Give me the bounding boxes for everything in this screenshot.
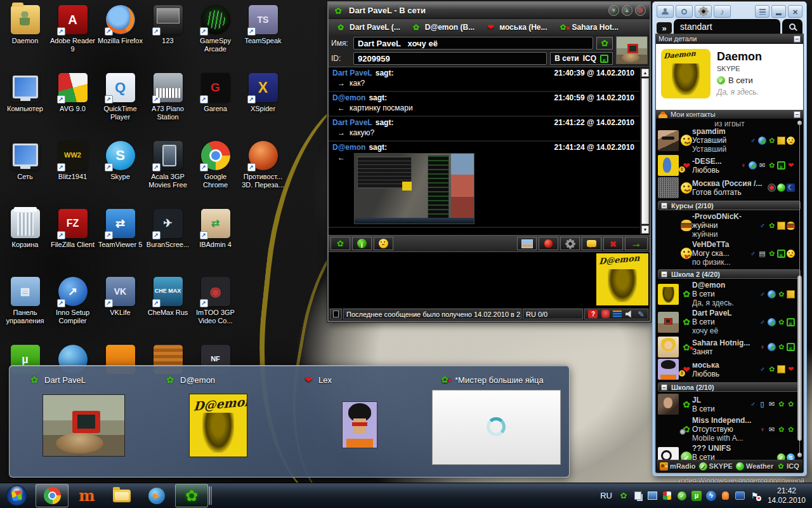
desktop-icon[interactable]: Mozilla Firefox bbox=[96, 5, 144, 73]
settings-button[interactable] bbox=[560, 237, 580, 250]
group-collapse-icon[interactable] bbox=[661, 384, 667, 391]
self-status[interactable]: В сети bbox=[717, 76, 798, 85]
profile-tab[interactable]: standart bbox=[674, 19, 780, 34]
quote-button[interactable] bbox=[582, 237, 601, 250]
search-button[interactable] bbox=[782, 19, 802, 34]
taskbar-miranda-button[interactable]: m bbox=[70, 484, 103, 507]
scrollbar-thumb[interactable] bbox=[797, 276, 802, 441]
contact-row[interactable]: -DESE... Любовь bbox=[656, 154, 803, 177]
scroll-down-button[interactable] bbox=[641, 225, 649, 234]
protocol-item[interactable]: SKYPE bbox=[699, 462, 733, 471]
scrollbar-thumb[interactable] bbox=[641, 78, 649, 224]
tray-icon[interactable] bbox=[662, 491, 672, 501]
contact-row[interactable]: моська Любовь bbox=[656, 358, 803, 380]
collapse-button[interactable] bbox=[794, 111, 801, 118]
icq-services-button[interactable] bbox=[331, 237, 350, 250]
language-indicator[interactable]: RU bbox=[600, 491, 612, 500]
desktop-icon[interactable]: GameSpy Arcade bbox=[192, 5, 239, 73]
clock[interactable]: 21:42 14.02.2010 bbox=[768, 486, 806, 505]
desktop-icon[interactable]: ⇄ TeamViewer 5 bbox=[96, 209, 144, 277]
sounds-button[interactable] bbox=[714, 5, 731, 18]
chat-tab[interactable]: D@emon (В... bbox=[410, 22, 475, 33]
menu-button[interactable] bbox=[755, 5, 769, 18]
avatar-button[interactable] bbox=[517, 237, 537, 250]
minimize-button[interactable] bbox=[608, 5, 619, 16]
icq-flower-button[interactable] bbox=[596, 37, 613, 50]
desktop-icon[interactable]: Daemon bbox=[1, 5, 49, 73]
protocol-item[interactable]: Weather bbox=[736, 462, 773, 471]
name-input[interactable] bbox=[353, 37, 593, 50]
tray-icon[interactable] bbox=[677, 491, 687, 501]
expand-button[interactable] bbox=[657, 22, 672, 34]
rollup-button[interactable] bbox=[622, 5, 632, 16]
taskbar-icq-button[interactable] bbox=[175, 484, 208, 507]
desktop-icon[interactable]: ⇄ IBAdmin 4 bbox=[192, 209, 239, 277]
desktop-icon[interactable]: Q QuickTime Player bbox=[96, 73, 144, 141]
keyboard-layout-indicator[interactable]: RU 0/0 bbox=[523, 309, 583, 319]
desktop-icon[interactable]: Acala 3GP Movies Free bbox=[144, 141, 192, 209]
desktop-icon[interactable]: Корзина bbox=[1, 209, 49, 277]
connection-icon[interactable] bbox=[613, 311, 622, 318]
contact-row[interactable]: Miss Independ... Отсутствую Mobile with … bbox=[656, 415, 803, 443]
tray-icon[interactable]: ϟ bbox=[706, 491, 716, 501]
contact-row[interactable]: из игрыт bbox=[656, 119, 803, 126]
scrollbar-knob[interactable] bbox=[797, 121, 802, 125]
message-scrollbar[interactable] bbox=[640, 68, 650, 234]
desktop-icon[interactable]: X XSpider bbox=[239, 73, 287, 141]
contact-row[interactable]: Курсы (2/10) bbox=[658, 201, 801, 210]
chat-tab[interactable]: моська (Не... bbox=[485, 22, 547, 33]
group-collapse-icon[interactable] bbox=[661, 271, 667, 277]
desktop-icon[interactable]: ▤ Панель управления bbox=[1, 277, 49, 345]
history-button[interactable] bbox=[539, 237, 558, 250]
desktop-icon[interactable]: FZ FileZilla Client bbox=[49, 209, 96, 277]
minimize-button[interactable] bbox=[771, 5, 786, 18]
close-button[interactable] bbox=[635, 5, 646, 16]
embedded-screenshot-image[interactable] bbox=[354, 153, 475, 224]
id-input[interactable] bbox=[353, 52, 547, 65]
contact-row[interactable]: Школа 2 (4/20) bbox=[658, 269, 801, 279]
taskbar-chrome-button[interactable] bbox=[36, 484, 69, 507]
contact-avatar-thumbnail[interactable] bbox=[616, 36, 648, 64]
rsa-encryption-icon[interactable] bbox=[601, 310, 610, 318]
send-button[interactable] bbox=[625, 237, 648, 250]
protocol-item[interactable]: ICQ bbox=[776, 462, 799, 471]
settings-button[interactable] bbox=[695, 5, 712, 18]
desktop-icon[interactable]: ↗ Inno Setup Compiler bbox=[49, 277, 96, 345]
scrollbar-knob[interactable] bbox=[797, 453, 802, 457]
desktop-icon[interactable]: S Skype bbox=[96, 141, 144, 209]
chat-titlebar[interactable]: Dart PaveL - В сети bbox=[329, 3, 650, 18]
contact-row[interactable]: VeHDeTTa Могу ска... по физик... bbox=[656, 239, 803, 267]
contact-row[interactable]: Москва (Россия /... Готов болтать bbox=[656, 177, 803, 199]
close-chat-button[interactable] bbox=[603, 237, 623, 250]
collapse-button[interactable] bbox=[794, 36, 801, 43]
contact-row[interactable]: D@emon В сети Да, я здесь. bbox=[656, 280, 803, 308]
contact-row[interactable]: -ProvoDNicK- жуйчни жуйчни bbox=[656, 211, 803, 239]
tray-icon[interactable] bbox=[735, 491, 745, 501]
message-input-area[interactable]: D@emon bbox=[329, 252, 650, 308]
self-mood[interactable]: Да, я здесь. bbox=[717, 88, 798, 97]
start-button[interactable] bbox=[0, 485, 33, 506]
emoticons-button[interactable] bbox=[374, 237, 393, 250]
my-details-header[interactable]: Мои детали bbox=[656, 34, 803, 44]
desktop-icon[interactable]: VK VKLife bbox=[96, 277, 144, 345]
group-collapse-icon[interactable] bbox=[661, 203, 667, 209]
taskbar-explorer-button[interactable] bbox=[105, 484, 138, 507]
desktop-icon[interactable]: A73 Piano Station bbox=[144, 73, 192, 141]
status-button[interactable] bbox=[676, 5, 693, 18]
tray-icon[interactable] bbox=[750, 491, 760, 501]
info-button[interactable] bbox=[352, 237, 372, 250]
tray-icon[interactable]: µ bbox=[691, 491, 702, 501]
close-button[interactable] bbox=[788, 5, 802, 18]
chat-tab[interactable]: Dart PaveL (... bbox=[335, 22, 400, 33]
contacts-button[interactable] bbox=[657, 5, 674, 18]
tray-icon[interactable] bbox=[619, 491, 629, 501]
scroll-up-button[interactable] bbox=[641, 69, 649, 77]
self-avatar[interactable]: Daemon bbox=[661, 49, 710, 98]
desktop-icon[interactable]: A Adobe Reader 9 bbox=[49, 5, 96, 73]
desktop-icon[interactable]: Google Chrome bbox=[192, 141, 239, 209]
contact-row[interactable]: Dart PaveL В сети хочу её bbox=[656, 308, 803, 336]
desktop-icon[interactable]: G Garena bbox=[192, 73, 239, 141]
desktop-icon[interactable]: Сеть bbox=[1, 141, 49, 209]
desktop-icon[interactable]: Противост... 3D. Переза... bbox=[239, 141, 287, 209]
checkbox[interactable] bbox=[333, 311, 339, 318]
